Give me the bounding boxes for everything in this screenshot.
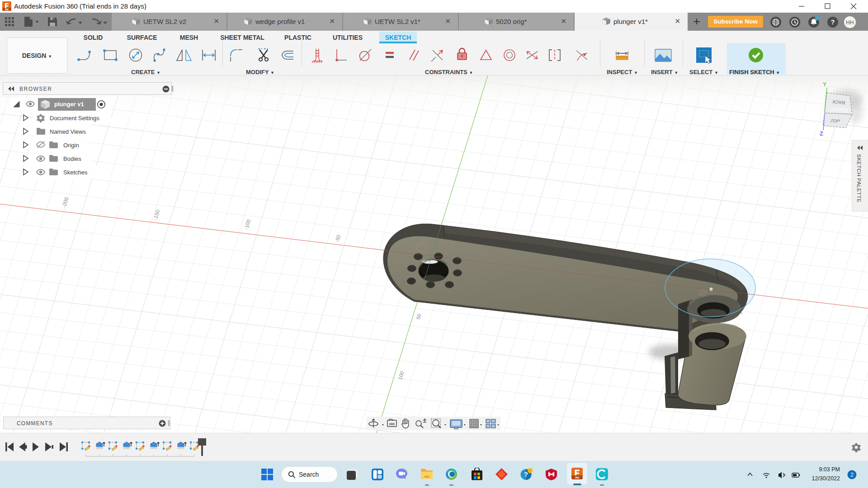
svg-text:Z: Z <box>820 130 823 137</box>
svg-text:Y: Y <box>823 81 826 88</box>
svg-text:?: ? <box>831 19 835 26</box>
svg-text:?: ? <box>524 471 528 478</box>
svg-text:HH: HH <box>846 19 854 26</box>
svg-text:360: 360 <box>575 476 579 479</box>
svg-text:-150: -150 <box>152 209 160 221</box>
svg-text:2: 2 <box>850 472 854 478</box>
svg-text:-200: -200 <box>61 197 69 208</box>
svg-text:-50: -50 <box>334 234 341 243</box>
svg-text:360: 360 <box>5 9 9 11</box>
svg-text:-100: -100 <box>243 219 251 230</box>
svg-text:50: 50 <box>415 313 422 320</box>
